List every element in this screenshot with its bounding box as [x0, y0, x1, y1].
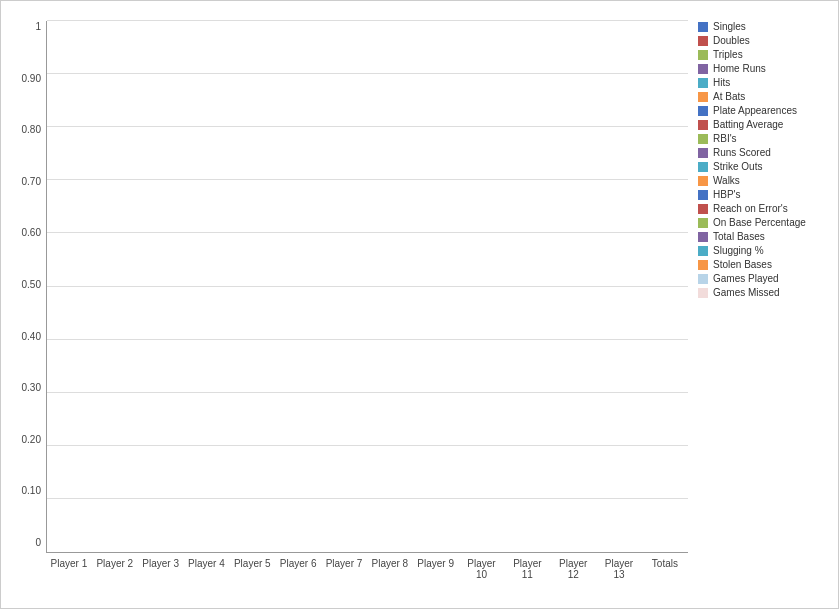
- legend-color-gamesplayed: [698, 274, 708, 284]
- legend-label-plate: Plate Appearences: [713, 105, 797, 116]
- legend-color-rbis: [698, 134, 708, 144]
- legend-item-strikeouts: Strike Outs: [698, 161, 828, 172]
- legend-label-totalbases: Total Bases: [713, 231, 765, 242]
- legend-color-walks: [698, 176, 708, 186]
- legend: Singles Doubles Triples Home Runs Hits A…: [688, 21, 828, 598]
- x-label-player2: Player 2: [95, 558, 135, 598]
- legend-item-totalbases: Total Bases: [698, 231, 828, 242]
- legend-item-singles: Singles: [698, 21, 828, 32]
- y-label-04: 0.40: [22, 331, 41, 342]
- grid-line-07: [47, 179, 688, 180]
- legend-label-singles: Singles: [713, 21, 746, 32]
- y-label-09: 0.90: [22, 73, 41, 84]
- y-label-0: 0: [35, 537, 41, 548]
- legend-item-homeruns: Home Runs: [698, 63, 828, 74]
- y-label-02: 0.20: [22, 434, 41, 445]
- grid-line-top: [47, 20, 688, 21]
- legend-item-plate: Plate Appearences: [698, 105, 828, 116]
- legend-label-hits: Hits: [713, 77, 730, 88]
- x-label-player1: Player 1: [49, 558, 89, 598]
- legend-item-atbats: At Bats: [698, 91, 828, 102]
- x-label-player4: Player 4: [186, 558, 226, 598]
- x-label-player12: Player 12: [553, 558, 593, 598]
- x-label-player3: Player 3: [141, 558, 181, 598]
- x-label-player8: Player 8: [370, 558, 410, 598]
- plot-area: Player 1 Player 2 Player 3 Player 4 Play…: [46, 21, 688, 598]
- y-label-1: 1: [35, 21, 41, 32]
- grid-line-08: [47, 126, 688, 127]
- legend-label-hbps: HBP's: [713, 189, 740, 200]
- legend-label-stolenbases: Stolen Bases: [713, 259, 772, 270]
- legend-label-gamesmissed: Games Missed: [713, 287, 780, 298]
- legend-item-hbps: HBP's: [698, 189, 828, 200]
- y-axis: 1 0.90 0.80 0.70 0.60 0.50 0.40 0.30 0.2…: [11, 21, 46, 598]
- x-label-player9: Player 9: [416, 558, 456, 598]
- legend-color-plate: [698, 106, 708, 116]
- legend-color-totalbases: [698, 232, 708, 242]
- grid-line-05: [47, 286, 688, 287]
- x-label-player11: Player 11: [507, 558, 547, 598]
- legend-label-slugging: Slugging %: [713, 245, 764, 256]
- legend-item-slugging: Slugging %: [698, 245, 828, 256]
- legend-label-strikeouts: Strike Outs: [713, 161, 762, 172]
- x-label-player7: Player 7: [324, 558, 364, 598]
- y-label-05: 0.50: [22, 279, 41, 290]
- x-label-totals: Totals: [645, 558, 685, 598]
- legend-color-atbats: [698, 92, 708, 102]
- y-label-01: 0.10: [22, 485, 41, 496]
- x-axis-labels: Player 1 Player 2 Player 3 Player 4 Play…: [46, 553, 688, 598]
- grid-lines: [46, 21, 688, 553]
- legend-color-hbps: [698, 190, 708, 200]
- legend-color-obp: [698, 218, 708, 228]
- chart-area: 1 0.90 0.80 0.70 0.60 0.50 0.40 0.30 0.2…: [11, 21, 688, 598]
- y-label-06: 0.60: [22, 227, 41, 238]
- legend-color-singles: [698, 22, 708, 32]
- legend-label-rbis: RBI's: [713, 133, 737, 144]
- legend-item-doubles: Doubles: [698, 35, 828, 46]
- chart-container: 1 0.90 0.80 0.70 0.60 0.50 0.40 0.30 0.2…: [0, 0, 839, 609]
- legend-color-stolenbases: [698, 260, 708, 270]
- legend-color-slugging: [698, 246, 708, 256]
- x-label-player10: Player 10: [462, 558, 502, 598]
- legend-color-battingavg: [698, 120, 708, 130]
- grid-line-04: [47, 339, 688, 340]
- legend-item-obp: On Base Percentage: [698, 217, 828, 228]
- legend-item-battingavg: Batting Average: [698, 119, 828, 130]
- legend-label-doubles: Doubles: [713, 35, 750, 46]
- legend-label-reachonerror: Reach on Error's: [713, 203, 788, 214]
- x-label-player5: Player 5: [232, 558, 272, 598]
- grid-line-06: [47, 232, 688, 233]
- legend-color-strikeouts: [698, 162, 708, 172]
- legend-item-stolenbases: Stolen Bases: [698, 259, 828, 270]
- grid-line-09: [47, 73, 688, 74]
- legend-item-rbis: RBI's: [698, 133, 828, 144]
- legend-label-obp: On Base Percentage: [713, 217, 806, 228]
- y-label-03: 0.30: [22, 382, 41, 393]
- legend-color-doubles: [698, 36, 708, 46]
- legend-color-runsscored: [698, 148, 708, 158]
- legend-label-runsscored: Runs Scored: [713, 147, 771, 158]
- legend-label-triples: Triples: [713, 49, 743, 60]
- legend-label-walks: Walks: [713, 175, 740, 186]
- legend-item-walks: Walks: [698, 175, 828, 186]
- y-label-07: 0.70: [22, 176, 41, 187]
- x-label-player6: Player 6: [278, 558, 318, 598]
- y-label-08: 0.80: [22, 124, 41, 135]
- legend-item-gamesmissed: Games Missed: [698, 287, 828, 298]
- legend-color-homeruns: [698, 64, 708, 74]
- grid-line-02: [47, 445, 688, 446]
- legend-label-gamesplayed: Games Played: [713, 273, 779, 284]
- legend-label-battingavg: Batting Average: [713, 119, 783, 130]
- x-label-player13: Player 13: [599, 558, 639, 598]
- legend-color-triples: [698, 50, 708, 60]
- legend-color-hits: [698, 78, 708, 88]
- legend-item-runsscored: Runs Scored: [698, 147, 828, 158]
- legend-item-hits: Hits: [698, 77, 828, 88]
- legend-label-homeruns: Home Runs: [713, 63, 766, 74]
- legend-item-gamesplayed: Games Played: [698, 273, 828, 284]
- grid-line-03: [47, 392, 688, 393]
- legend-item-reaconerror: Reach on Error's: [698, 203, 828, 214]
- legend-label-atbats: At Bats: [713, 91, 745, 102]
- legend-color-reachonerror: [698, 204, 708, 214]
- grid-line-01: [47, 498, 688, 499]
